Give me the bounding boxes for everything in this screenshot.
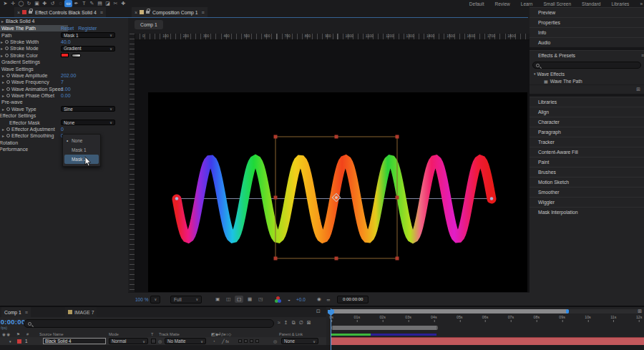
effect-property-row[interactable]: ▸ Stroke Width 40.0 40.0 40.0∨: [0, 39, 128, 45]
panel-header-effects-presets[interactable]: Effects & Presets ≡: [530, 50, 644, 60]
channel-icon[interactable]: [275, 296, 282, 303]
timeline-search-input[interactable]: [24, 319, 274, 328]
time-ruler[interactable]: 0s01s02s03s04s05s06s07s08s09s10s11s12s: [326, 315, 644, 324]
frame-blending-icon[interactable]: ↥: [284, 320, 288, 326]
effect-preset-row[interactable]: ▦ Wave The Path: [530, 77, 644, 84]
shy-layers-icon[interactable]: ≈: [278, 320, 280, 326]
effects-search-input[interactable]: [532, 62, 641, 69]
stopwatch-icon[interactable]: [6, 87, 10, 91]
puppet-pin-tool-icon[interactable]: ✚: [119, 0, 127, 7]
parent-dropdown[interactable]: None∨: [281, 338, 318, 344]
time-navigator-track[interactable]: [331, 309, 643, 313]
effect-property-row[interactable]: ▸ Wave The Path Reset ResetRegister Rese…: [0, 25, 128, 31]
composition-canvas[interactable]: [148, 92, 527, 306]
effect-property-row[interactable]: ▸ Wave Amplitude 202.00 202.00 202.00∨: [0, 72, 128, 79]
register-link[interactable]: Register: [78, 26, 97, 31]
gradient-swatch[interactable]: [72, 54, 81, 57]
effect-property-row[interactable]: ▸ Stroke Mode Gradient Gradient Gradient…: [0, 45, 128, 52]
source-name-column[interactable]: Source Name: [39, 332, 64, 336]
stopwatch-icon[interactable]: [5, 40, 9, 44]
layer-row[interactable]: ▾ 1 Black Solid 4 Normal∨ ◎ No Matte∨ ◔ …: [0, 337, 326, 345]
resolution-icon[interactable]: ◒: [288, 297, 291, 302]
stopwatch-icon[interactable]: [6, 80, 10, 84]
chevron-down-icon[interactable]: ▾: [534, 72, 536, 76]
panel-menu-icon[interactable]: ≡: [25, 310, 28, 315]
rotation-tool-icon[interactable]: ↺: [49, 0, 57, 7]
workspace-item[interactable]: »: [640, 1, 643, 6]
composition-tab[interactable]: × Composition Comp 1 ≡: [132, 7, 208, 17]
parent-link-column[interactable]: Parent & Link: [279, 332, 303, 336]
main-viewer-icon[interactable]: ◫: [224, 296, 233, 303]
zoom-tool-icon[interactable]: ◯: [17, 0, 25, 7]
workspace-item[interactable]: Small Screen: [543, 1, 571, 6]
panel-header[interactable]: Character: [530, 117, 644, 127]
blend-mode-dropdown[interactable]: Normal∨: [109, 338, 148, 344]
fx-switch-icon[interactable]: ╱ fx: [222, 339, 229, 344]
property-value[interactable]: 202.00: [61, 73, 76, 78]
property-dropdown[interactable]: None∨: [61, 120, 115, 125]
effect-property-row[interactable]: ▸ Pre-wave ∨: [0, 99, 128, 105]
new-preset-icon[interactable]: ⊞: [636, 87, 640, 92]
workspace-item[interactable]: Standard: [582, 1, 600, 6]
motion-blur-icon[interactable]: ⧉: [292, 320, 296, 326]
current-timecode[interactable]: 0:00:00:00: [0, 318, 25, 326]
dropdown-menu-item[interactable]: •Mask 1: [64, 145, 99, 155]
color-swatch[interactable]: [61, 53, 69, 57]
project-tab[interactable]: IMAGE 7: [65, 307, 97, 317]
mask-feather-tool-icon[interactable]: ◌: [57, 0, 64, 7]
switch-cell[interactable]: [238, 339, 242, 343]
type-tool-icon[interactable]: T: [80, 0, 88, 7]
effect-property-row[interactable]: ▸ Wave Animation Speed 1.00 1.00 1.00∨: [0, 86, 128, 92]
effect-property-row[interactable]: ▸ Wave Type Sine Sine Sine∨: [0, 106, 128, 112]
track-matte-column[interactable]: Track Matte: [159, 332, 180, 336]
pan-camera-tool-icon[interactable]: ▣: [33, 0, 41, 7]
workspace-item[interactable]: Libraries: [611, 1, 629, 6]
panel-header[interactable]: Paragraph: [530, 127, 644, 137]
panel-header[interactable]: Align: [530, 107, 644, 117]
preserve-transparency-toggle[interactable]: [151, 339, 156, 344]
effect-property-row[interactable]: ▸ Path Mask 1 Mask 1 Mask 1∨: [0, 31, 128, 38]
switch-cell[interactable]: [244, 339, 248, 343]
effect-property-row[interactable]: ▸ Stroke Color ∨: [0, 52, 128, 59]
exposure-value[interactable]: +0.0: [296, 297, 306, 302]
chevron-down-icon[interactable]: ▾: [9, 339, 11, 344]
panel-header[interactable]: Paint: [530, 157, 644, 167]
property-value[interactable]: 40.0: [61, 39, 71, 44]
shape-tool-icon[interactable]: ▭: [64, 0, 72, 7]
panel-header[interactable]: Info: [530, 27, 644, 37]
twirl-icon[interactable]: ▸: [1, 19, 4, 24]
panel-header[interactable]: Smoother: [530, 187, 644, 197]
stopwatch-icon[interactable]: [6, 74, 10, 77]
close-icon[interactable]: ×: [17, 10, 20, 15]
panel-header[interactable]: Content-Aware Fill: [530, 147, 644, 157]
orbit-camera-tool-icon[interactable]: ↻: [25, 0, 33, 7]
workspace-item[interactable]: Default: [469, 1, 484, 6]
panel-header[interactable]: Motion Sketch: [530, 177, 644, 187]
effect-property-row[interactable]: ▸ Gradient Settings ∨: [0, 59, 128, 65]
panel-header[interactable]: Wiggler: [530, 197, 644, 207]
stopwatch-icon[interactable]: [6, 134, 10, 137]
time-navigator-bar[interactable]: [331, 309, 569, 313]
effect-property-row[interactable]: ▸ Wave Phase Offset 0.00 0.00 0.00∨: [0, 92, 128, 99]
clone-stamp-tool-icon[interactable]: ▤: [96, 0, 104, 7]
pen-tool-icon[interactable]: ✒: [72, 0, 80, 7]
stopwatch-icon[interactable]: [6, 94, 10, 97]
path-endpoint-right[interactable]: [490, 197, 493, 200]
stopwatch-icon[interactable]: [5, 54, 9, 57]
panel-menu-icon[interactable]: ≡: [641, 53, 644, 58]
property-value[interactable]: 1.00: [61, 87, 71, 92]
panel-menu-icon[interactable]: ≡: [202, 10, 205, 15]
brainstorm-icon[interactable]: ∅: [299, 320, 303, 326]
property-value[interactable]: 0: [61, 127, 64, 132]
stopwatch-icon[interactable]: [6, 127, 10, 131]
dolly-camera-tool-icon[interactable]: ✚: [41, 0, 49, 7]
track-matte-dropdown[interactable]: No Matte∨: [165, 338, 206, 344]
reset-link[interactable]: Reset: [61, 26, 74, 31]
panel-header[interactable]: Tracker: [530, 137, 644, 147]
graph-editor-icon[interactable]: ⊠: [307, 320, 311, 326]
effect-property-row[interactable]: ▸ Effector Mask None None None∨: [0, 119, 128, 125]
dropdown-menu-item[interactable]: •Mask 2: [64, 155, 99, 164]
wireframe-view-icon[interactable]: ▢: [235, 296, 243, 303]
dropdown-menu-item[interactable]: •None: [64, 136, 99, 145]
region-of-interest-icon[interactable]: ◳: [256, 296, 265, 303]
